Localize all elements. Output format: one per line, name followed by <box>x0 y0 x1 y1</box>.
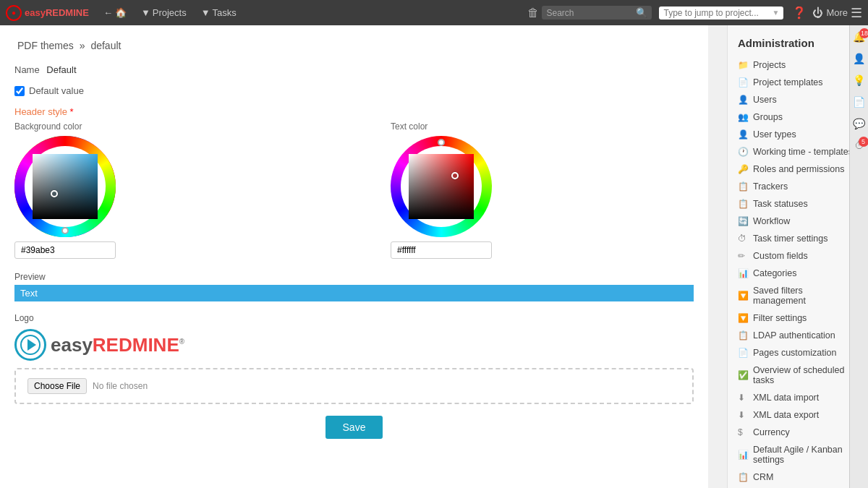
sidebar-item-xml-data-export[interactable]: ⬇ XML data export <box>728 406 868 424</box>
sidebar-item-groups[interactable]: 👥 Groups <box>728 108 868 126</box>
save-button[interactable]: Save <box>326 416 383 439</box>
sidebar-item-label-11: Custom fields <box>753 251 808 261</box>
main-layout: PDF themes » default Name Default Defaul… <box>0 25 868 488</box>
notification-bell[interactable]: ❓ <box>792 6 807 20</box>
search-input[interactable] <box>546 8 633 18</box>
rail-lightbulb-icon[interactable]: 💡 <box>853 74 865 86</box>
sidebar-item-pages-customization[interactable]: 📄 Pages customization <box>728 344 868 361</box>
sidebar-item-working-time---templates[interactable]: 🕐 Working time - templates <box>728 143 868 160</box>
sidebar-item-users[interactable]: 👤 Users <box>728 91 868 108</box>
nav-back[interactable]: ← 🏠 <box>98 0 132 25</box>
sidebar-item-custom-fields[interactable]: ✏ Custom fields <box>728 247 868 265</box>
more-button[interactable]: More <box>826 7 848 18</box>
sidebar-icon-20: $ <box>738 427 748 437</box>
hamburger-icon[interactable]: ☰ <box>851 5 862 21</box>
rail-timer-badge: 5 <box>859 137 869 147</box>
sidebar-icon-10: ⏱ <box>738 234 748 244</box>
text-color-group: Text color <box>391 121 492 259</box>
sidebar-item-user-types[interactable]: 👤 User types <box>728 126 868 143</box>
sidebar-item-label-17: Overview of scheduled tasks <box>753 365 858 385</box>
sidebar-item-label-7: Trackers <box>753 181 788 192</box>
text-wheel-indicator <box>438 139 445 146</box>
sidebar-icon-9: 🔄 <box>738 216 748 226</box>
breadcrumb-current: default <box>90 40 121 51</box>
search-icon[interactable]: 🔍 <box>636 7 647 18</box>
sidebar-item-task-timer-settings[interactable]: ⏱ Task timer settings <box>728 230 868 247</box>
bg-hex-input[interactable]: #39abe3 <box>14 241 116 259</box>
sidebar-icon-11: ✏ <box>738 251 748 261</box>
sidebar-item-label-5: Working time - templates <box>753 147 853 157</box>
breadcrumb-section[interactable]: PDF themes <box>17 40 74 51</box>
sidebar-item-crm[interactable]: 📋 CRM <box>728 468 868 486</box>
bg-cursor-dot <box>51 190 58 197</box>
jump-box: ▼ <box>659 7 783 20</box>
rail-chat-icon[interactable]: 💬 <box>853 118 865 129</box>
trash-icon[interactable]: 🗑 <box>527 7 539 20</box>
name-row: Name Default <box>14 64 694 75</box>
rail-document-icon[interactable]: 📄 <box>853 96 865 108</box>
no-file-label: No file chosen <box>93 381 148 391</box>
name-label: Name <box>14 64 40 75</box>
sidebar-item-label-21: Default Agile / Kanban settings <box>753 445 858 465</box>
text-color-square[interactable] <box>409 154 474 219</box>
sidebar-item-overview-of-scheduled-tasks[interactable]: ✅ Overview of scheduled tasks <box>728 361 868 389</box>
rail-notifications[interactable]: 🔔 18 <box>853 31 865 43</box>
sidebar-item-label-4: User types <box>753 129 796 140</box>
logo-label: Logo <box>14 313 694 323</box>
bg-color-group: Background color <box>14 121 116 259</box>
text-hex-input[interactable]: #ffffff <box>391 241 492 259</box>
sidebar-icon-18: ⬇ <box>738 393 748 403</box>
sidebar-item-project-templates[interactable]: 📄 Project templates <box>728 74 868 91</box>
sidebar-item-trackers[interactable]: 📋 Trackers <box>728 178 868 195</box>
sidebar-icon-16: 📄 <box>738 348 748 358</box>
nav-projects[interactable]: ▼ Projects <box>135 0 192 25</box>
sidebar-item-workflow[interactable]: 🔄 Workflow <box>728 213 868 230</box>
rail-timer-icon[interactable]: ⏱ 5 <box>854 140 864 151</box>
required-marker: * <box>70 106 74 117</box>
sidebar-item-label-9: Workflow <box>753 216 790 226</box>
sidebar-icon-8: 📋 <box>738 199 748 209</box>
default-value-row: Default value <box>14 85 694 96</box>
text-cursor-dot <box>451 172 459 179</box>
sidebar-item-default-agile-/-kanban-settings[interactable]: 📊 Default Agile / Kanban settings <box>728 441 868 468</box>
sidebar-icon-0: 📁 <box>738 60 748 70</box>
jump-input[interactable] <box>663 8 772 18</box>
sidebar-item-projects[interactable]: 📁 Projects <box>728 56 868 74</box>
bg-color-wheel[interactable] <box>14 136 116 237</box>
nav-tasks[interactable]: ▼ Tasks <box>195 0 242 25</box>
top-navigation: ● easyREDMINE ← 🏠 ▼ Projects ▼ Tasks 🗑 🔍… <box>0 0 868 25</box>
sidebar-icon-4: 👤 <box>738 129 748 140</box>
admin-sidebar: Administration 📁 Projects 📄 Project temp… <box>727 25 868 488</box>
content-area: PDF themes » default Name Default Defaul… <box>0 25 708 488</box>
sidebar-item-label-10: Task timer settings <box>753 234 828 244</box>
bg-color-label: Background color <box>14 121 116 132</box>
sidebar-item-saved-filters-management[interactable]: 🔽 Saved filters management <box>728 282 868 309</box>
rail-user-icon[interactable]: 👤 <box>853 53 865 64</box>
text-color-wheel[interactable] <box>391 136 492 237</box>
sidebar-item-label-13: Saved filters management <box>753 286 858 306</box>
text-wheel-ring <box>391 136 492 237</box>
sidebar-item-task-statuses[interactable]: 📋 Task statuses <box>728 195 868 213</box>
preview-section: Preview Text <box>14 272 694 301</box>
sidebar-item-label-22: CRM <box>753 472 773 482</box>
logo-area[interactable]: ● easyREDMINE <box>6 5 89 21</box>
sidebar-item-label-0: Projects <box>753 60 786 70</box>
color-pickers: Background color <box>14 121 694 259</box>
sidebar-item-categories[interactable]: 📊 Categories <box>728 265 868 282</box>
sidebar-icon-6: 🔑 <box>738 164 748 174</box>
choose-file-button[interactable]: Choose File <box>27 378 87 394</box>
sidebar-icon-5: 🕐 <box>738 147 748 157</box>
sidebar-icon-15: 📋 <box>738 330 748 341</box>
sidebar-item-label-1: Project templates <box>753 77 823 87</box>
default-value-checkbox[interactable] <box>14 86 25 96</box>
rail-notif-badge: 18 <box>859 28 868 38</box>
sidebar-item-ldap-authentication[interactable]: 📋 LDAP authentication <box>728 327 868 344</box>
bg-color-square[interactable] <box>33 154 98 219</box>
sidebar-item-filter-settings[interactable]: 🔽 Filter settings <box>728 309 868 327</box>
bg-hex-input-group: #39abe3 <box>14 241 116 259</box>
sidebar-item-xml-data-import[interactable]: ⬇ XML data import <box>728 389 868 406</box>
power-icon[interactable]: ⏻ <box>812 7 823 19</box>
sidebar-item-label-3: Groups <box>753 112 783 122</box>
sidebar-item-roles-and-permissions[interactable]: 🔑 Roles and permissions <box>728 160 868 178</box>
sidebar-item-currency[interactable]: $ Currency <box>728 424 868 441</box>
